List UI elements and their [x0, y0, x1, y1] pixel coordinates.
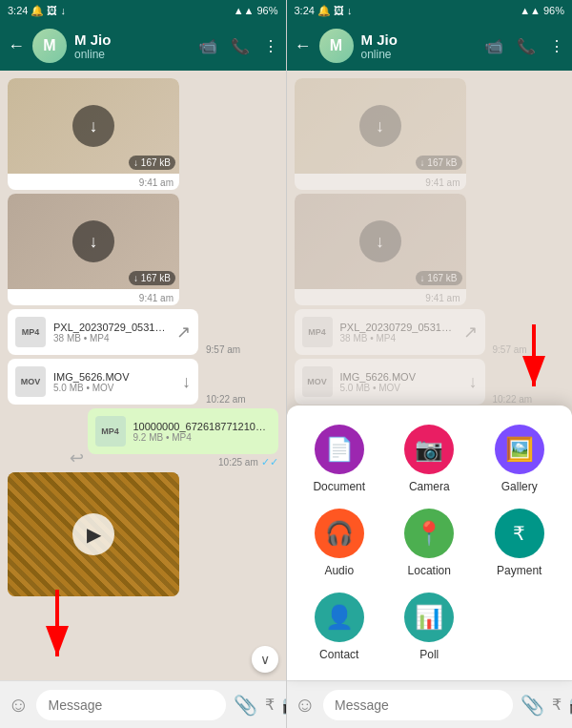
- audio-label: Audio: [324, 564, 354, 577]
- msg-time-4: 10:22 am: [206, 394, 246, 405]
- file-meta-2: 5.0 MB • MOV: [53, 383, 174, 393]
- media-bubble-2-r: ↓ ↓ 167 kB 9:41 am: [295, 194, 466, 305]
- msg-row-file3: ↩ MP4 10000000_67261877121071 5_47821491…: [8, 408, 278, 468]
- msg-row-file1: MP4 PXL_20230729_053114092.mp4 38 MB • M…: [8, 309, 278, 355]
- image-icon-status-r: 🖼: [334, 5, 344, 16]
- left-panel: 3:24 🔔 🖼 ↓ ▲▲ 96% ← M M Jio online 📹 📞 ⋮: [0, 0, 286, 728]
- location-label: Location: [408, 564, 451, 577]
- bottom-bar-right: ☺ 📎 ₹ 📷 🎤: [287, 680, 573, 728]
- contact-info-left[interactable]: M Jio online: [74, 31, 191, 61]
- attach-item-payment[interactable]: ₹ Payment: [482, 509, 558, 577]
- document-icon-circle: 📄: [315, 425, 364, 474]
- document-label: Document: [313, 480, 365, 493]
- more-options-icon-left[interactable]: ⋮: [263, 37, 278, 55]
- download-btn-2[interactable]: ↓: [72, 220, 114, 262]
- chat-header-left: ← M M Jio online 📹 📞 ⋮: [0, 21, 286, 71]
- file-icon-2-r: MOV: [302, 366, 333, 397]
- attach-item-location[interactable]: 📍 Location: [392, 509, 467, 577]
- status-bar-left: 3:24 🔔 🖼 ↓ ▲▲ 96%: [0, 0, 286, 21]
- scroll-down-btn[interactable]: ∨: [252, 646, 278, 673]
- camera-button-left[interactable]: 📷: [282, 695, 285, 716]
- attach-button-left[interactable]: 📎: [234, 694, 257, 717]
- video-call-icon-left[interactable]: 📹: [198, 37, 217, 55]
- header-icons-right: 📹 📞 ⋮: [484, 37, 564, 55]
- share-icon-1-r: ↗: [463, 322, 478, 343]
- file-name-1: PXL_20230729_053114092.mp4: [53, 322, 169, 333]
- audio-icon-circle: 🎧: [315, 509, 364, 558]
- document-icon: 📄: [325, 436, 354, 463]
- attach-item-gallery[interactable]: 🖼️ Gallery: [482, 425, 558, 493]
- message-input-right[interactable]: [323, 690, 513, 720]
- contact-info-right[interactable]: M Jio online: [361, 31, 478, 61]
- file-bubble-1: MP4 PXL_20230729_053114092.mp4 38 MB • M…: [8, 309, 198, 355]
- contact-label: Contact: [319, 648, 358, 661]
- audio-icon: 🎧: [325, 520, 354, 547]
- avatar-right[interactable]: M: [319, 29, 354, 63]
- media-bubble-2: ↓ ↓ 167 kB 9:41 am: [8, 194, 179, 305]
- contact-icon-circle: 👤: [315, 593, 364, 642]
- payment-icon-circle: ₹: [495, 509, 544, 558]
- attach-button-right[interactable]: 📎: [521, 694, 544, 717]
- signal-left: 96%: [256, 5, 277, 16]
- status-right: ▲▲ 96%: [234, 5, 278, 16]
- file-name-2: IMG_5626.MOV: [53, 371, 174, 383]
- contact-name-left: M Jio: [74, 31, 191, 48]
- rupee-button-left[interactable]: ₹: [265, 696, 275, 714]
- media-placeholder-2: ↓ ↓ 167 kB: [8, 194, 179, 289]
- avatar-image-right: M: [319, 29, 354, 63]
- video-content: ▶: [8, 472, 179, 596]
- alarm-icon-r: 🔔: [317, 5, 331, 17]
- chat-header-right: ← M M Jio online 📹 📞 ⋮: [287, 21, 573, 71]
- rupee-button-right[interactable]: ₹: [552, 696, 562, 714]
- wifi-icon: ▲▲: [234, 5, 255, 16]
- play-button[interactable]: ▶: [72, 513, 114, 555]
- msg-row-media1: ↓ ↓ 167 kB 9:41 am: [8, 78, 278, 190]
- right-panel: 3:24 🔔 🖼 ↓ ▲▲ 96% ← M M Jio online 📹 📞 ⋮: [287, 0, 573, 728]
- avatar-left[interactable]: M: [32, 29, 67, 63]
- message-input-left[interactable]: [36, 690, 226, 720]
- camera-label: Camera: [409, 480, 450, 493]
- outgoing-file-container: MP4 10000000_67261877121071 5_4782149177…: [88, 408, 278, 468]
- file-info-1: PXL_20230729_053114092.mp4 38 MB • MP4: [53, 322, 169, 343]
- msg-time-3: 9:57 am: [206, 344, 240, 355]
- file-info-2-r: IMG_5626.MOV 5.0 MB • MOV: [340, 371, 461, 393]
- attach-item-contact[interactable]: 👤 Contact: [302, 593, 378, 661]
- voice-call-icon-left[interactable]: 📞: [231, 37, 250, 55]
- payment-icon: ₹: [513, 522, 525, 545]
- media-bubble-1: ↓ ↓ 167 kB 9:41 am: [8, 78, 179, 190]
- poll-icon-circle: 📊: [404, 593, 454, 642]
- gallery-icon-circle: 🖼️: [495, 425, 544, 474]
- share-icon-1[interactable]: ↗: [176, 322, 191, 343]
- attach-grid: 📄 Document 📷 Camera 🖼️ Gallery 🎧: [302, 425, 558, 661]
- camera-icon-circle: 📷: [404, 425, 454, 474]
- file-meta-1: 38 MB • MP4: [53, 333, 169, 343]
- msg-time-1: 9:41 am: [8, 176, 179, 190]
- msg-time-4-r: 10:22 am: [493, 394, 533, 405]
- bottom-bar-left: ☺ 📎 ₹ 📷 🎤: [0, 680, 286, 728]
- attach-item-document[interactable]: 📄 Document: [302, 425, 378, 493]
- download-arrow-r: ↓: [347, 5, 353, 16]
- file-name-2-r: IMG_5626.MOV: [340, 371, 461, 383]
- attach-item-poll[interactable]: 📊 Poll: [392, 593, 467, 661]
- back-button-right[interactable]: ←: [295, 36, 312, 56]
- voice-call-icon-right[interactable]: 📞: [517, 37, 536, 55]
- download-btn-1[interactable]: ↓: [72, 105, 114, 147]
- camera-icon-attach: 📷: [415, 436, 443, 463]
- gallery-icon: 🖼️: [505, 436, 534, 463]
- emoji-button-left[interactable]: ☺: [8, 693, 29, 718]
- file-icon-2: MOV: [15, 366, 46, 397]
- forward-icon-1[interactable]: ↩: [70, 447, 84, 468]
- emoji-button-right[interactable]: ☺: [295, 693, 316, 718]
- attach-item-audio[interactable]: 🎧 Audio: [302, 509, 378, 577]
- file-meta-2-r: 5.0 MB • MOV: [340, 383, 461, 393]
- video-call-icon-right[interactable]: 📹: [484, 37, 503, 55]
- attach-item-camera[interactable]: 📷 Camera: [392, 425, 467, 493]
- file-info-2: IMG_5626.MOV 5.0 MB • MOV: [53, 371, 174, 393]
- more-options-icon-right[interactable]: ⋮: [549, 37, 564, 55]
- download-icon-2[interactable]: ↓: [182, 372, 191, 392]
- msg-row-file2-r: MOV IMG_5626.MOV 5.0 MB • MOV ↓ 10:22 am: [295, 359, 565, 405]
- time-left: 3:24: [8, 5, 28, 16]
- back-button-left[interactable]: ←: [8, 36, 25, 56]
- read-tick: ✓✓: [261, 456, 278, 468]
- msg-row-file2: MOV IMG_5626.MOV 5.0 MB • MOV ↓ 10:22 am: [8, 359, 278, 405]
